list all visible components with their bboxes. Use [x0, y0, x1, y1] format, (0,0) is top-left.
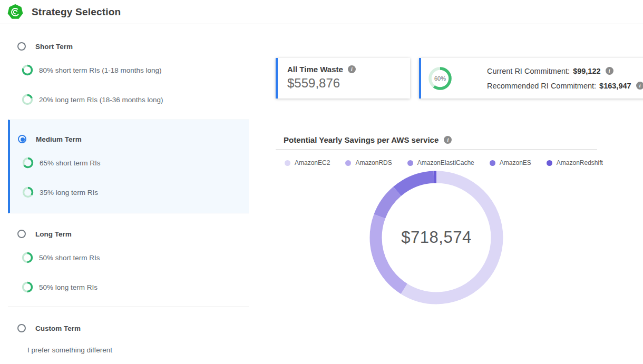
strategy-option-short-term[interactable]: Short Term [17, 42, 249, 51]
savings-donut-chart: $718,574 [368, 169, 505, 306]
radio-custom-term[interactable] [17, 324, 26, 332]
legend-label: AmazonEC2 [295, 159, 330, 166]
legend-item-amazonredshift[interactable]: AmazonRedshift [547, 159, 603, 166]
legend-dot-icon [490, 160, 495, 166]
strategy-section-short-term: Short Term 80% short term RIs (1-18 mont… [8, 24, 249, 120]
info-icon[interactable]: i [444, 136, 452, 144]
strategy-items: 50% short term RIs 50% long term RIs [22, 252, 249, 293]
strategy-option-long-term[interactable]: Long Term [17, 230, 249, 238]
waste-card-value: $559,876 [287, 76, 410, 91]
gauge-percent-label: 60% [427, 65, 453, 92]
ri-commitment-card: 60% Current RI Commitment: $99,122 i Rec… [419, 58, 643, 99]
strategy-item-label: 50% short term RIs [39, 254, 100, 262]
chart-legend: AmazonEC2 AmazonRDS AmazonElastiCache Am… [285, 159, 603, 166]
legend-label: AmazonRDS [355, 159, 392, 166]
recommended-ri-commitment-row: Recommended RI Commitment: $163,947 i [487, 82, 643, 90]
strategy-option-custom-term[interactable]: Custom Term [17, 324, 249, 332]
page-title: Strategy Selection [32, 6, 121, 18]
current-ri-value: $99,122 [573, 67, 600, 75]
legend-label: AmazonElastiCache [417, 159, 474, 166]
strategy-item: 80% short term RIs (1-18 months long) [22, 64, 249, 76]
custom-term-description: I prefer something different [27, 346, 249, 354]
strategy-section-custom-term: Custom Term I prefer something different [8, 307, 249, 364]
strategy-item: 50% long term RIs [22, 281, 249, 293]
all-time-waste-card: All Time Waste i $559,876 [276, 58, 410, 99]
info-icon[interactable]: i [636, 82, 643, 90]
legend-dot-icon [547, 160, 552, 166]
strategy-item-label: 65% short term RIs [40, 159, 101, 167]
legend-dot-icon [345, 160, 351, 166]
page-header: Strategy Selection [0, 0, 643, 24]
strategy-label: Medium Term [36, 135, 82, 143]
strategy-item: 65% short term RIs [22, 157, 249, 169]
legend-item-amazonrds[interactable]: AmazonRDS [345, 159, 392, 166]
strategy-item-label: 35% long term RIs [40, 189, 98, 196]
radio-short-term[interactable] [17, 42, 26, 51]
waste-card-label: All Time Waste [287, 65, 343, 74]
strategy-item-label: 50% long term RIs [39, 283, 98, 291]
percent-ring-icon [22, 252, 33, 263]
strategy-option-medium-term[interactable]: Medium Term [18, 135, 249, 143]
legend-label: AmazonRedshift [557, 159, 603, 166]
strategy-selection-page: Strategy Selection Short Term 80% short … [0, 0, 643, 364]
recommended-ri-label: Recommended RI Commitment: [487, 82, 596, 90]
radio-medium-term[interactable] [18, 135, 26, 143]
chart-divider [276, 149, 597, 150]
chart-title: Potential Yearly Savings per AWS service [284, 135, 439, 144]
recommended-ri-value: $163,947 [599, 82, 631, 90]
current-ri-label: Current RI Commitment: [487, 67, 570, 75]
strategy-label: Custom Term [35, 324, 81, 332]
strategy-items: 80% short term RIs (1-18 months long) 20… [22, 64, 249, 105]
app-logo-icon [7, 4, 23, 20]
legend-item-amazonec2[interactable]: AmazonEC2 [285, 159, 330, 166]
legend-label: AmazonES [500, 159, 531, 166]
strategy-item: 20% long term RIs (18-36 months long) [22, 94, 249, 105]
percent-ring-icon [22, 281, 33, 293]
info-icon[interactable]: i [348, 65, 356, 73]
percent-ring-icon [22, 157, 34, 169]
strategy-section-medium-term: Medium Term 65% short term RIs 35% long … [8, 120, 249, 213]
strategy-label: Short Term [35, 43, 73, 51]
percent-ring-icon [22, 94, 33, 105]
current-ri-commitment-row: Current RI Commitment: $99,122 i [487, 67, 643, 75]
legend-item-amazonelasticache[interactable]: AmazonElastiCache [407, 159, 474, 166]
strategy-item: 35% long term RIs [22, 186, 249, 198]
chart-title-row: Potential Yearly Savings per AWS service… [284, 135, 452, 144]
strategy-item: 50% short term RIs [22, 252, 249, 263]
commitment-gauge: 60% [427, 65, 453, 92]
radio-long-term[interactable] [17, 230, 26, 238]
strategy-item-label: 80% short term RIs (1-18 months long) [39, 66, 162, 74]
strategy-items: 65% short term RIs 35% long term RIs [22, 157, 249, 198]
donut-center-value: $718,574 [368, 169, 505, 306]
strategy-label: Long Term [35, 230, 72, 238]
legend-dot-icon [407, 160, 413, 166]
strategy-item-label: 20% long term RIs (18-36 months long) [39, 96, 163, 104]
percent-ring-icon [22, 186, 34, 198]
percent-ring-icon [22, 64, 33, 76]
info-icon[interactable]: i [606, 67, 613, 75]
legend-dot-icon [285, 160, 290, 166]
strategy-section-long-term: Long Term 50% short term RIs 50% long te… [8, 213, 249, 307]
strategy-panel: Short Term 80% short term RIs (1-18 mont… [8, 24, 249, 364]
legend-item-amazones[interactable]: AmazonES [490, 159, 531, 166]
